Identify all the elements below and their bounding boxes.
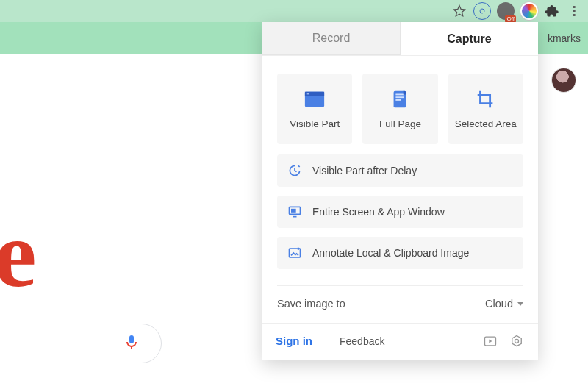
star-icon[interactable] [451, 3, 467, 19]
divider [326, 335, 326, 348]
save-destination-value: Cloud [485, 298, 513, 310]
extension-popup: Record Capture Visible Part Full Page Se… [262, 22, 538, 360]
svg-rect-3 [307, 93, 309, 94]
crop-icon [475, 89, 497, 110]
image-upload-icon [287, 246, 302, 260]
popup-footer: Sign in Feedback [262, 323, 538, 358]
scroll-page-icon [389, 89, 411, 110]
secondary-options: Visible Part after Delay Entire Screen &… [262, 154, 538, 269]
bookmarks-label-fragment: kmarks [548, 32, 581, 44]
svg-rect-7 [396, 99, 402, 101]
recordings-icon[interactable] [482, 333, 498, 349]
save-destination-row: Save image to Cloud [262, 286, 538, 323]
option-full-page[interactable]: Full Page [362, 74, 437, 144]
option-label: Visible Part after Delay [312, 165, 417, 176]
menu-icon[interactable] [566, 3, 582, 19]
extension-icon-1[interactable] [473, 2, 491, 20]
option-label: Annotate Local & Clipboard Image [312, 247, 469, 259]
option-label: Entire Screen & App Window [312, 206, 445, 218]
desktop-icon [287, 204, 302, 219]
primary-options: Visible Part Full Page Selected Area [262, 56, 538, 154]
svg-point-0 [480, 9, 484, 13]
option-entire-screen[interactable]: Entire Screen & App Window [277, 196, 523, 228]
tab-capture[interactable]: Capture [401, 22, 538, 55]
save-destination-select[interactable]: Cloud [485, 298, 523, 310]
option-selected-area[interactable]: Selected Area [448, 74, 523, 144]
svg-rect-6 [396, 96, 404, 98]
option-visible-part[interactable]: Visible Part [277, 74, 352, 144]
sign-in-link[interactable]: Sign in [276, 335, 312, 347]
search-input[interactable] [0, 324, 162, 363]
browser-window-icon [304, 89, 326, 110]
extensions-icon[interactable] [544, 3, 560, 19]
avatar[interactable] [551, 68, 576, 93]
option-visible-delay[interactable]: Visible Part after Delay [277, 154, 523, 187]
option-label: Visible Part [290, 118, 340, 129]
svg-point-12 [515, 339, 519, 343]
mic-icon[interactable] [123, 333, 140, 354]
extension-icon-2[interactable]: Off [497, 2, 514, 20]
svg-rect-9 [291, 209, 296, 213]
chevron-down-icon [517, 302, 523, 306]
option-label: Full Page [379, 118, 421, 129]
google-logo-fragment: e [0, 206, 37, 301]
save-label: Save image to [277, 298, 345, 310]
feedback-link[interactable]: Feedback [340, 335, 384, 347]
settings-icon[interactable] [509, 333, 525, 349]
timer-icon [287, 163, 302, 178]
tab-bar: Record Capture [262, 22, 538, 56]
tab-record[interactable]: Record [262, 22, 401, 55]
option-annotate-local[interactable]: Annotate Local & Clipboard Image [277, 237, 523, 269]
address-bar: Off [0, 0, 588, 22]
svg-rect-5 [396, 93, 404, 95]
option-label: Selected Area [455, 118, 517, 129]
extension-icon-3[interactable] [520, 2, 538, 20]
